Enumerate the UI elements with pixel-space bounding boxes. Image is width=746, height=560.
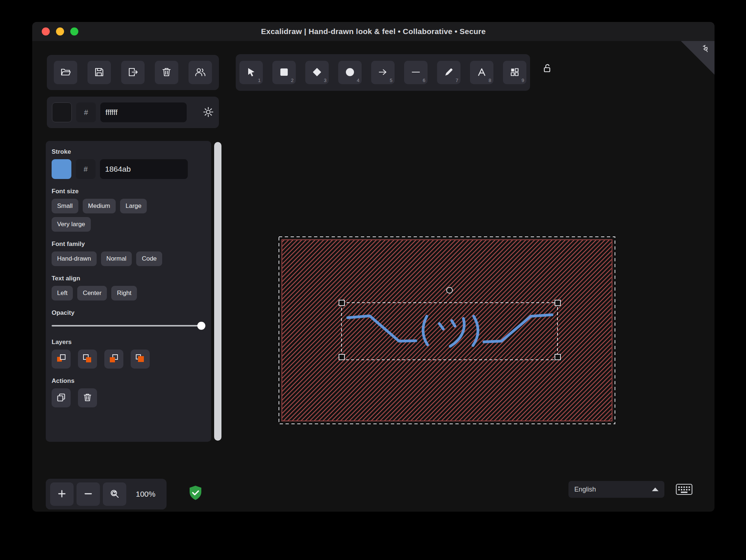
pencil-icon (444, 67, 454, 78)
duplicate-button[interactable] (52, 388, 71, 407)
export-button[interactable] (121, 61, 145, 84)
lock-toggle-button[interactable] (542, 63, 553, 75)
tool-line[interactable]: 6 (404, 61, 428, 84)
opacity-slider-track (52, 325, 205, 326)
export-icon (128, 67, 138, 78)
stroke-hex-input[interactable] (100, 159, 188, 179)
rotation-handle[interactable] (447, 287, 452, 293)
text-align-left-button[interactable]: Left (52, 286, 73, 300)
folder-open-icon (60, 67, 71, 78)
tool-key: 1 (258, 78, 261, 83)
window-title: Excalidraw | Hand-drawn look & feel • Co… (261, 27, 486, 36)
plus-icon (57, 489, 67, 500)
font-family-normal-button[interactable]: Normal (101, 251, 132, 266)
line-icon (411, 67, 421, 78)
zoom-out-button[interactable] (77, 482, 100, 506)
properties-panel: Stroke # Font size Small Medium Large Ve… (46, 141, 211, 442)
zoom-level: 100% (129, 490, 162, 499)
zoom-in-button[interactable] (50, 482, 74, 506)
send-to-back-icon (56, 353, 67, 365)
rectangle-element[interactable] (282, 240, 612, 421)
tool-library[interactable]: 9 (503, 61, 526, 84)
keyboard-shortcuts-button[interactable] (676, 483, 693, 497)
titlebar: Excalidraw | Hand-drawn look & feel • Co… (32, 22, 715, 41)
trash-icon (83, 393, 92, 403)
open-file-button[interactable] (54, 61, 77, 84)
duplicate-icon (56, 393, 66, 403)
font-size-medium-button[interactable]: Medium (83, 199, 116, 213)
tool-key: 5 (390, 78, 392, 83)
keyboard-icon (676, 483, 693, 497)
settings-button[interactable] (203, 107, 214, 119)
stroke-color-swatch[interactable] (52, 159, 71, 179)
tool-diamond[interactable]: 3 (305, 61, 329, 84)
tool-arrow[interactable]: 5 (371, 61, 395, 84)
font-size-large-button[interactable]: Large (120, 199, 147, 213)
send-to-back-button[interactable] (52, 350, 71, 369)
tool-rectangle[interactable]: 2 (272, 61, 296, 84)
canvas-background-row: # (47, 97, 219, 128)
stroke-color-row: # (52, 159, 205, 179)
font-family-hand-drawn-button[interactable]: Hand-drawn (52, 251, 97, 266)
language-select[interactable]: English (568, 481, 664, 498)
zoom-reset-button[interactable] (103, 482, 126, 506)
diamond-icon (312, 67, 322, 78)
save-icon (94, 67, 104, 78)
canvas-background-hex-input[interactable] (100, 102, 187, 122)
hex-hash-label: # (76, 102, 96, 122)
bring-forward-icon (108, 353, 119, 365)
caret-up-icon (652, 488, 659, 491)
hex-hash-label: # (76, 159, 96, 179)
file-toolbar (47, 55, 219, 90)
font-family-label: Font family (52, 240, 205, 248)
trash-icon (161, 67, 172, 78)
font-size-small-button[interactable]: Small (52, 199, 78, 213)
tool-key: 2 (291, 78, 294, 83)
tool-selection[interactable]: 1 (239, 61, 263, 84)
actions-label: Actions (52, 377, 205, 385)
tool-text[interactable]: 8 (470, 61, 493, 84)
minimize-button[interactable] (56, 27, 64, 36)
corner-fold (681, 41, 715, 75)
clear-canvas-button[interactable] (155, 61, 178, 84)
text-icon (477, 67, 486, 78)
stroke-label: Stroke (52, 148, 205, 156)
tool-key: 8 (489, 78, 491, 83)
tool-key: 6 (423, 78, 425, 83)
text-align-center-button[interactable]: Center (77, 286, 107, 300)
users-icon (195, 67, 206, 78)
collaborators-button[interactable] (189, 61, 212, 84)
opacity-slider[interactable] (52, 322, 205, 330)
opacity-slider-thumb[interactable] (197, 322, 205, 330)
bring-to-front-button[interactable] (131, 350, 150, 369)
font-size-label: Font size (52, 188, 205, 195)
send-backward-icon (82, 353, 93, 365)
gear-icon (203, 107, 214, 119)
window-controls (42, 27, 78, 36)
zoom-button[interactable] (70, 27, 78, 36)
text-align-right-button[interactable]: Right (111, 286, 137, 300)
tool-ellipse[interactable]: 4 (338, 61, 362, 84)
zoom-toolbar: 100% (46, 479, 167, 509)
excalidraw-window: Excalidraw | Hand-drawn look & feel • Co… (32, 22, 715, 512)
delete-button[interactable] (78, 388, 97, 407)
arrow-icon (378, 67, 388, 78)
circle-icon (345, 67, 355, 78)
shapes-grid-icon (510, 67, 519, 78)
layers-label: Layers (52, 339, 205, 346)
tool-key: 9 (522, 78, 524, 83)
rectangle-icon (279, 67, 289, 78)
tool-key: 3 (324, 78, 327, 83)
tools-toolbar: 1 2 3 4 5 (236, 54, 530, 91)
tool-draw[interactable]: 7 (437, 61, 460, 84)
save-button[interactable] (87, 61, 111, 84)
panel-scrollbar[interactable] (214, 142, 221, 441)
canvas-background-swatch[interactable] (52, 102, 72, 122)
minus-icon (83, 489, 93, 500)
font-size-very-large-button[interactable]: Very large (52, 217, 91, 232)
close-button[interactable] (42, 27, 50, 36)
font-family-code-button[interactable]: Code (136, 251, 162, 266)
send-backward-button[interactable] (78, 350, 97, 369)
bring-forward-button[interactable] (104, 350, 123, 369)
text-align-label: Text align (52, 275, 205, 282)
